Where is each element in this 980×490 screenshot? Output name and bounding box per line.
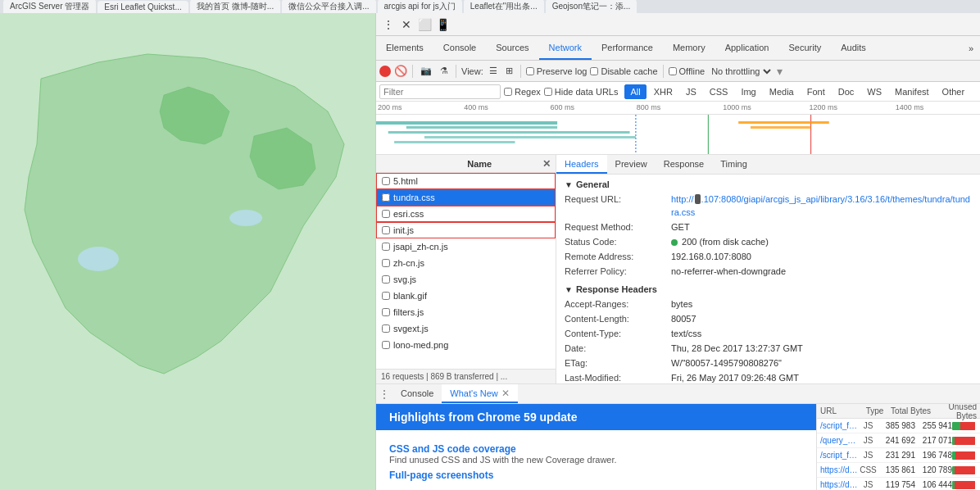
list-view-icon[interactable]: ☰ [487, 64, 500, 79]
file-checkbox-zhcn[interactable] [382, 259, 390, 267]
hide-data-urls-checkbox[interactable] [544, 88, 552, 96]
file-item-esri[interactable]: esri.css [376, 206, 556, 222]
browser-tab-1[interactable]: ArcGIS Server 管理器 [3, 0, 96, 13]
browser-tab-3[interactable]: 我的首页 微博-随时... [190, 0, 280, 13]
tab-application[interactable]: Application [715, 36, 779, 60]
general-toggle[interactable]: ▼ [565, 180, 573, 189]
coverage-row[interactable]: https://devclop_... CSS 135 861 120 789 [817, 463, 980, 478]
response-headers-toggle[interactable]: ▼ [565, 285, 573, 294]
inspect-icon[interactable]: ✕ [398, 16, 415, 33]
camera-icon[interactable]: 📷 [418, 64, 434, 79]
filter-other[interactable]: Other [937, 84, 971, 99]
tab-console[interactable]: Console [433, 36, 486, 60]
tab-elements[interactable]: Elements [376, 36, 433, 60]
browser-tab-4[interactable]: 微信公众平台接入调... [282, 0, 375, 13]
filter-img[interactable]: Img [735, 84, 761, 99]
tab-performance[interactable]: Performance [592, 36, 663, 60]
browser-tab-2[interactable]: Esri Leaflet Quickst... [98, 1, 188, 13]
coverage-row[interactable]: /script_foot_j... JS 231 291 196 748 [817, 448, 980, 463]
regex-checkbox[interactable] [504, 88, 512, 96]
mobile-icon[interactable]: 📱 [434, 16, 451, 33]
file-name-init: init.js [393, 225, 550, 235]
file-item-tundra[interactable]: tundra.css [376, 189, 556, 206]
filter-manifest[interactable]: Manifest [889, 84, 935, 99]
file-checkbox-5html[interactable] [382, 177, 390, 185]
content-type-val: text/css [671, 327, 701, 340]
details-tab-headers[interactable]: Headers [556, 155, 607, 174]
filter-icon[interactable]: ⚗ [438, 64, 451, 79]
filter-ws[interactable]: WS [861, 84, 887, 99]
filter-js[interactable]: JS [680, 84, 702, 99]
filter-doc[interactable]: Doc [833, 84, 860, 99]
bottom-tab-whats-new[interactable]: What's New ✕ [442, 384, 517, 403]
file-checkbox-blank[interactable] [382, 292, 390, 300]
file-item-zhcn[interactable]: zh-cn.js [376, 255, 556, 271]
file-checkbox-svgext[interactable] [382, 324, 390, 333]
coverage-row[interactable]: /script_foot_closur JS 385 983 255 941 [817, 419, 980, 433]
file-item-5html[interactable]: 5.html [376, 173, 556, 189]
tab-sources[interactable]: Sources [486, 36, 538, 60]
preserve-log-label[interactable]: Preserve log [526, 66, 588, 76]
file-item-svgext[interactable]: svgext.js [376, 320, 556, 337]
disable-cache-checkbox[interactable] [590, 67, 598, 75]
file-checkbox-esri[interactable] [382, 210, 390, 218]
tab-network[interactable]: Network [539, 36, 592, 60]
throttle-dropdown-icon[interactable]: ▾ [777, 65, 783, 78]
filter-media[interactable]: Media [764, 84, 800, 99]
record-button[interactable] [379, 66, 391, 77]
tab-security[interactable]: Security [778, 36, 831, 60]
status-code-row: Status Code: 200 (from disk cache) [565, 235, 972, 248]
details-tab-timing[interactable]: Timing [712, 155, 755, 174]
details-tab-response[interactable]: Response [656, 155, 713, 174]
coverage-feature-title[interactable]: CSS and JS code coverage [389, 443, 803, 455]
coverage-row-type: CSS [858, 465, 878, 474]
clear-button[interactable]: 🚫 [394, 65, 407, 78]
file-list-scroll[interactable]: 5.html tundra.css esri.css init.js [376, 173, 556, 369]
dock-icon[interactable]: ⋮ [380, 16, 397, 33]
throttle-select[interactable]: No throttling [708, 66, 774, 77]
file-item-init[interactable]: init.js [376, 222, 556, 238]
bottom-tab-console[interactable]: Console [392, 384, 442, 403]
bottom-drag-handle[interactable]: ⋮ [376, 384, 392, 403]
file-checkbox-tundra[interactable] [382, 193, 390, 202]
device-icon[interactable]: ⬜ [416, 16, 433, 33]
tab-memory[interactable]: Memory [663, 36, 715, 60]
file-name-filters: filters.js [393, 307, 550, 317]
details-panel: Headers Preview Response Timing ▼ Genera… [556, 155, 980, 383]
file-item-jsapi[interactable]: jsapi_zh-cn.js [376, 238, 556, 255]
browser-tab-5[interactable]: arcgis api for js入门 [378, 0, 462, 13]
filter-css[interactable]: CSS [704, 84, 734, 99]
coverage-row[interactable]: https://devclop_... JS 119 754 106 444 [817, 478, 980, 490]
offline-label[interactable]: Offline [669, 66, 706, 76]
coverage-row[interactable]: /query_ui-bundle_... JS 241 692 217 071 [817, 433, 980, 448]
file-item-lono[interactable]: lono-med.png [376, 337, 556, 353]
file-item-blank[interactable]: blank.gif [376, 288, 556, 304]
coverage-row-name: https://devclop_... [820, 465, 858, 474]
file-checkbox-init[interactable] [382, 226, 390, 234]
filter-font[interactable]: Font [801, 84, 831, 99]
disable-cache-label[interactable]: Disable cache [590, 66, 657, 76]
tab-audits[interactable]: Audits [831, 36, 876, 60]
filter-all[interactable]: All [624, 84, 646, 99]
file-checkbox-jsapi[interactable] [382, 243, 390, 251]
hide-data-urls-label[interactable]: Hide data URLs [544, 87, 619, 97]
file-checkbox-lono[interactable] [382, 341, 390, 349]
browser-tab-6[interactable]: Leaflet在"用出条... [464, 0, 544, 13]
bottom-tab-close-icon[interactable]: ✕ [501, 388, 510, 399]
file-list-close-icon[interactable]: ✕ [542, 158, 551, 170]
screenshots-feature-title[interactable]: Full-page screenshots [389, 470, 803, 481]
file-item-svg[interactable]: svg.js [376, 271, 556, 288]
offline-checkbox[interactable] [669, 67, 677, 75]
filter-input[interactable] [379, 84, 501, 99]
regex-label[interactable]: Regex [504, 87, 541, 97]
browser-tab-7[interactable]: Geojson笔记一：添... [546, 0, 637, 13]
more-tabs-icon[interactable]: » [962, 36, 980, 60]
large-view-icon[interactable]: ⊞ [503, 64, 515, 79]
preserve-log-checkbox[interactable] [526, 67, 534, 75]
file-checkbox-svg[interactable] [382, 275, 390, 284]
filter-xhr[interactable]: XHR [648, 84, 678, 99]
request-url-val[interactable]: http:// .107:8080/giapi/arcgis_js_api/li… [671, 193, 972, 219]
details-tab-preview[interactable]: Preview [607, 155, 656, 174]
file-checkbox-filters[interactable] [382, 308, 390, 316]
file-item-filters[interactable]: filters.js [376, 304, 556, 320]
